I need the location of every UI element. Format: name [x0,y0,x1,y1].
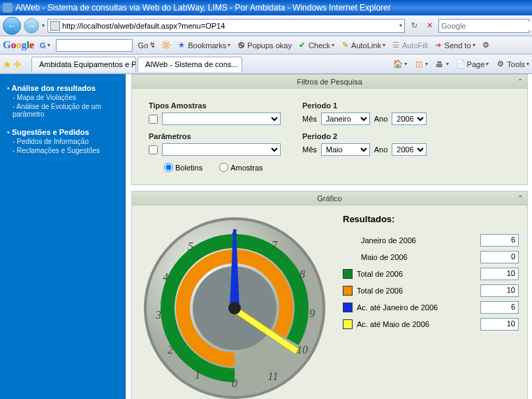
tipos-checkbox[interactable] [149,115,158,124]
gtb-popups-button[interactable]: 🛇Popups okay [236,41,292,50]
gtb-bookmarks-button[interactable]: ★Bookmarks▾ [177,41,230,50]
chart-panel: Gráfico ⌃ [131,191,528,399]
result-label: Total de 2006 [357,270,476,278]
collapse-icon[interactable]: ⌃ [517,78,523,85]
gtb-news-button[interactable]: 🔆 [161,41,171,50]
svg-point-19 [228,302,241,314]
gtb-autolink-button[interactable]: ✎AutoLink▾ [340,41,385,50]
gtb-sendto-button[interactable]: ➔Send to▾ [434,41,475,50]
search-input[interactable] [441,22,532,30]
result-value: 6 [480,234,519,247]
url-drop-icon[interactable]: ▾ [399,22,402,29]
svg-text:3: 3 [155,309,161,321]
print-button[interactable]: 🖶▾ [435,59,449,69]
feeds-button[interactable]: ◫▾ [414,59,428,69]
svg-text:9: 9 [309,307,315,319]
mes2-select[interactable]: Maio [321,143,370,156]
gtb-check-button[interactable]: ✔Check▾ [297,41,334,50]
result-value: 10 [480,268,519,280]
page-content: Análise dos resultados Mapa de Violações… [0,74,532,399]
result-value: 6 [480,301,519,314]
sidebar-item-evolucao[interactable]: Análise de Evolução de um parâmetro [13,103,119,118]
tipos-label: Tipos Amostras [149,101,302,110]
ano-label: Ano [374,115,388,123]
color-swatch [343,303,353,312]
color-swatch [343,269,353,279]
address-bar[interactable]: ▾ [47,19,405,33]
result-label: Ac. até Maio de 2006 [357,320,476,328]
window-title: AlWeb - Sistema de consultas via Web do … [15,3,391,13]
ano-label: Ano [374,145,388,154]
filters-header: Filtros de Pesquisa ⌃ [132,75,527,89]
home-button[interactable]: 🏠▾ [393,59,407,69]
radio-boletins[interactable]: Boletins [164,163,202,172]
result-row: Janeiro de 20066 [343,234,519,247]
page-menu[interactable]: 📄Page▾ [456,59,489,69]
result-value: 0 [480,251,519,263]
browser-navbar: ▾ ▾ ↻ ✕ 🔍 [0,15,532,36]
periodo1-label: Periodo 1 [302,101,456,110]
forward-button[interactable] [24,18,39,34]
tab-label: Ambidata Equipamentos e Pr... [39,60,136,68]
mes-label: Mês [302,115,317,123]
tipos-select[interactable] [162,113,281,125]
svg-text:0: 0 [232,377,237,389]
main-area: Filtros de Pesquisa ⌃ Tipos Amostras Per… [131,74,532,399]
color-swatch [343,319,353,329]
url-input[interactable] [62,22,397,30]
svg-text:7: 7 [272,239,278,251]
app-icon [3,3,13,13]
tab-alweb[interactable]: AlWeb - Sistema de cons... ✕ [138,57,242,72]
refresh-button[interactable]: ↻ [408,20,420,32]
periodo2-label: Periodo 2 [302,132,456,140]
window-titlebar: AlWeb - Sistema de consultas via Web do … [0,0,532,15]
tab-ambidata[interactable]: Ambidata Equipamentos e Pr... [31,57,136,72]
tab-bar: ★ ✚ Ambidata Equipamentos e Pr... AlWeb … [0,55,532,74]
results-block: Resultados: Janeiro de 20066Maio de 2006… [343,214,519,399]
mes-label: Mês [302,145,317,154]
search-bar[interactable]: 🔍 [438,19,529,33]
parametros-checkbox[interactable] [149,145,158,154]
ano2-select[interactable]: 2006 [392,143,427,156]
result-label: Janeiro de 2006 [361,236,476,245]
add-favorite-button[interactable]: ✚ [13,59,22,70]
collapse-icon[interactable]: ⌃ [517,194,523,202]
sidebar-item-mapa[interactable]: Mapa de Violações [13,94,119,101]
svg-text:2: 2 [168,344,173,356]
stop-button[interactable]: ✕ [423,20,436,32]
result-row: Ac. até Maio de 200610 [343,318,519,331]
results-title: Resultados: [343,214,519,224]
ano1-select[interactable]: 2006 [392,113,427,125]
filters-panel: Filtros de Pesquisa ⌃ Tipos Amostras Per… [131,74,528,185]
sidebar-item-pedidos[interactable]: Pedidos de Informação [13,138,119,145]
chart-title: Gráfico [317,194,341,203]
svg-text:1: 1 [195,369,200,381]
gtb-go-button[interactable]: Go↯ [138,41,156,50]
tab-label: AlWeb - Sistema de cons... [145,60,237,68]
google-logo: Google [3,39,34,51]
gtb-settings-button[interactable]: ⚙ [481,41,491,50]
gtb-menu-button[interactable]: G▾ [40,41,50,50]
sidebar-head-sugestoes[interactable]: Sugestões e Pedidos [7,128,119,136]
gtb-search-input[interactable] [56,39,133,52]
result-row: Ac. até Janeiro de 20066 [343,301,519,314]
page-icon [50,21,60,31]
sidebar-item-reclamacoes[interactable]: Reclamações e Sugestões [13,147,119,154]
result-label: Ac. até Janeiro de 2006 [357,303,476,312]
history-drop-icon[interactable]: ▾ [42,22,45,29]
result-value: 10 [480,318,519,331]
favorites-button[interactable]: ★ [3,59,12,70]
sidebar-head-analise[interactable]: Análise dos resultados [7,84,119,92]
filters-title: Filtros de Pesquisa [297,78,362,86]
chart-header: Gráfico ⌃ [132,191,527,205]
color-swatch [343,286,353,296]
radio-amostras[interactable]: Amostras [219,163,263,172]
mes1-select[interactable]: Janeiro [321,113,370,125]
svg-text:11: 11 [268,370,279,382]
tools-menu[interactable]: ⚙Tools▾ [496,59,529,69]
result-label: Maio de 2006 [361,253,476,261]
parametros-select[interactable] [162,143,281,156]
gtb-autofill-button[interactable]: ☰AutoFill [391,41,428,50]
result-value: 10 [480,284,519,297]
back-button[interactable] [3,17,21,35]
